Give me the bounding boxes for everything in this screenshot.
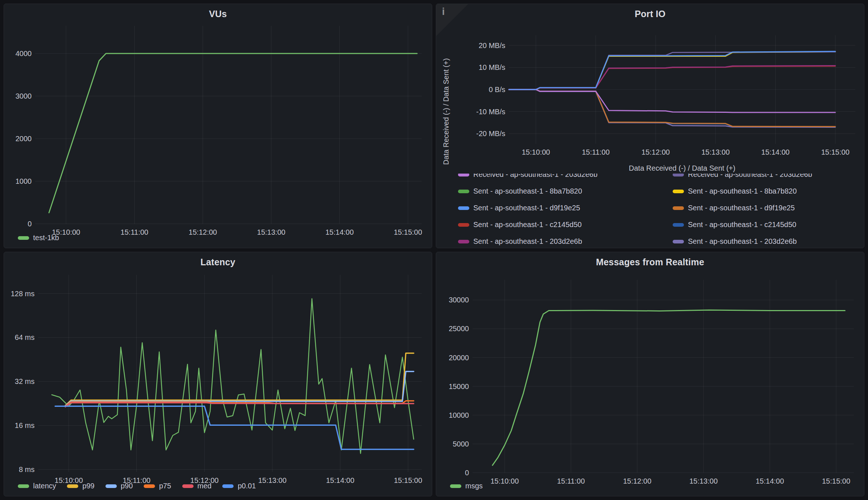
svg-text:0: 0 xyxy=(465,469,469,477)
series-p90 xyxy=(65,372,414,406)
legend-swatch xyxy=(458,240,469,243)
dashboard: VUs 15:10:0015:11:0015:12:0015:13:0015:1… xyxy=(0,0,868,500)
chart-canvas[interactable]: 15:10:0015:11:0015:12:0015:13:0015:14:00… xyxy=(7,270,429,488)
panel-title-messages[interactable]: Messages from Realtime xyxy=(439,254,861,270)
legend-label: Sent - ap-southeast-1 - c2145d50 xyxy=(473,221,582,229)
svg-text:15:15:00: 15:15:00 xyxy=(394,476,422,484)
svg-text:15:14:00: 15:14:00 xyxy=(761,148,790,156)
x-axis: 15:10:0015:11:0015:12:0015:13:0015:14:00… xyxy=(55,476,422,484)
series-test-1kb xyxy=(49,53,417,213)
panel-title-port-io[interactable]: Port IO xyxy=(439,6,861,21)
svg-text:30000: 30000 xyxy=(449,296,469,304)
chart-canvas[interactable]: 15:10:0015:11:0015:12:0015:13:0015:14:00… xyxy=(439,270,861,488)
chart-canvas[interactable]: 15:10:0015:11:0015:12:0015:13:0015:14:00… xyxy=(439,21,861,174)
svg-text:15:10:00: 15:10:00 xyxy=(490,477,519,485)
legend-item-sent-ap-southeast-1-203d2e6b[interactable]: Sent - ap-southeast-1 - 203d2e6b xyxy=(458,237,673,246)
svg-text:20 MB/s: 20 MB/s xyxy=(479,41,505,49)
series-received-ap-southeast-1-203d2e6b-purple- xyxy=(509,90,835,112)
chart-canvas[interactable]: 15:10:0015:11:0015:12:0015:13:0015:14:00… xyxy=(7,21,429,240)
series-received-ap-southeast-1-203d2e6b-slate- xyxy=(509,52,835,90)
svg-text:2000: 2000 xyxy=(16,135,32,143)
svg-text:15:11:00: 15:11:00 xyxy=(582,148,609,156)
legend-item-sent-ap-southeast-1-8ba7b820[interactable]: Sent - ap-southeast-1 - 8ba7b820 xyxy=(673,187,861,195)
svg-text:15:13:00: 15:13:00 xyxy=(258,476,287,484)
svg-text:8 ms: 8 ms xyxy=(19,465,35,473)
svg-text:-20 MB/s: -20 MB/s xyxy=(476,130,505,138)
legend-swatch xyxy=(458,190,469,193)
svg-text:25000: 25000 xyxy=(449,325,469,333)
svg-text:0: 0 xyxy=(28,220,32,228)
legend-port-io: Received - ap-southeast-1 - 203d2e6bRece… xyxy=(458,174,861,246)
svg-text:15:12:00: 15:12:00 xyxy=(189,228,217,236)
svg-text:15:12:00: 15:12:00 xyxy=(641,148,670,156)
legend-scroll-area[interactable]: Received - ap-southeast-1 - 203d2e6bRece… xyxy=(439,174,861,246)
legend-swatch xyxy=(673,206,684,210)
legend-item-sent-ap-southeast-1-d9f19e25[interactable]: Sent - ap-southeast-1 - d9f19e25 xyxy=(458,204,673,212)
y-axis: 40003000200010000 xyxy=(16,49,32,228)
legend-item-sent-ap-southeast-1-c2145d50[interactable]: Sent - ap-southeast-1 - c2145d50 xyxy=(458,221,673,229)
legend-swatch xyxy=(673,190,684,193)
legend-item-sent-ap-southeast-1-c2145d50[interactable]: Sent - ap-southeast-1 - c2145d50 xyxy=(673,221,861,229)
svg-text:15:11:00: 15:11:00 xyxy=(123,476,150,484)
legend-item-received-ap-southeast-1-203d2e6b[interactable]: Received - ap-southeast-1 - 203d2e6b xyxy=(458,174,673,179)
svg-text:4000: 4000 xyxy=(16,49,32,57)
svg-text:15:15:00: 15:15:00 xyxy=(394,228,422,236)
panel-title-vus[interactable]: VUs xyxy=(7,6,429,21)
series-sent-ap-southeast-1-8ba7b820-yellow- xyxy=(509,52,835,90)
svg-text:64 ms: 64 ms xyxy=(15,333,35,341)
svg-text:15:15:00: 15:15:00 xyxy=(821,148,849,156)
series-sent-ap-southeast-1-c2145d50-red- xyxy=(509,66,835,90)
svg-text:15:13:00: 15:13:00 xyxy=(701,148,730,156)
series-p99 xyxy=(65,353,414,406)
svg-text:15:15:00: 15:15:00 xyxy=(822,477,850,485)
svg-text:15:14:00: 15:14:00 xyxy=(756,477,784,485)
grid xyxy=(38,275,422,472)
svg-text:10000: 10000 xyxy=(449,411,469,419)
svg-text:15000: 15000 xyxy=(449,382,469,390)
svg-text:3000: 3000 xyxy=(16,92,32,100)
legend-label: Sent - ap-southeast-1 - d9f19e25 xyxy=(473,204,580,212)
svg-text:15:10:00: 15:10:00 xyxy=(52,228,80,236)
svg-text:128 ms: 128 ms xyxy=(11,290,35,298)
panel-title-latency[interactable]: Latency xyxy=(7,254,429,270)
y-axis: 128 ms64 ms32 ms16 ms8 ms xyxy=(11,290,35,474)
panel-port-io: i Port IO 15:10:0015:11:0015:12:0015:13:… xyxy=(436,4,864,248)
legend-item-sent-ap-southeast-1-203d2e6b[interactable]: Sent - ap-southeast-1 - 203d2e6b xyxy=(673,237,861,246)
panel-messages: Messages from Realtime 15:10:0015:11:001… xyxy=(436,252,864,496)
grid xyxy=(473,280,854,473)
grid xyxy=(35,26,422,224)
svg-text:32 ms: 32 ms xyxy=(15,377,35,385)
info-icon[interactable]: i xyxy=(442,7,445,17)
svg-text:15:13:00: 15:13:00 xyxy=(689,477,718,485)
y-axis: 20 MB/s10 MB/s0 B/s-10 MB/s-20 MB/s xyxy=(476,41,505,138)
legend-item-sent-ap-southeast-1-d9f19e25[interactable]: Sent - ap-southeast-1 - d9f19e25 xyxy=(673,204,861,212)
svg-text:15:12:00: 15:12:00 xyxy=(623,477,652,485)
legend-item-received-ap-southeast-1-203d2e6b[interactable]: Received - ap-southeast-1 - 203d2e6b xyxy=(673,174,861,179)
svg-text:16 ms: 16 ms xyxy=(15,421,35,429)
svg-text:15:12:00: 15:12:00 xyxy=(190,476,219,484)
svg-text:-10 MB/s: -10 MB/s xyxy=(476,108,505,116)
legend-swatch xyxy=(458,223,469,227)
panel-latency: Latency 15:10:0015:11:0015:12:0015:13:00… xyxy=(4,252,432,496)
legend-item-sent-ap-southeast-1-8ba7b820[interactable]: Sent - ap-southeast-1 - 8ba7b820 xyxy=(458,187,673,195)
series-sent-ap-southeast-1-c2145d50-navy- xyxy=(509,90,835,127)
series-msgs xyxy=(493,310,845,465)
x-axis: 15:10:0015:11:0015:12:0015:13:0015:14:00… xyxy=(52,228,422,236)
series-sent-ap-southeast-1-8ba7b820-green- xyxy=(509,52,835,90)
legend-swatch xyxy=(673,223,684,227)
legend-swatch xyxy=(458,206,469,210)
x-axis-label: Data Received (-) / Data Sent (+) xyxy=(629,164,736,172)
svg-text:15:10:00: 15:10:00 xyxy=(522,148,550,156)
chart-area-messages: 15:10:0015:11:0015:12:0015:13:0015:14:00… xyxy=(439,270,861,480)
chart-area-port-io: 15:10:0015:11:0015:12:0015:13:0015:14:00… xyxy=(439,21,861,174)
x-axis: 15:10:0015:11:0015:12:0015:13:0015:14:00… xyxy=(522,148,849,156)
y-axis-label: Data Received (-) / Data Sent (+) xyxy=(442,58,450,165)
series-sent-ap-southeast-1-203d2e6b-violet- xyxy=(509,90,835,127)
series-p0-01 xyxy=(55,406,414,449)
chart-area-vus: 15:10:0015:11:0015:12:0015:13:0015:14:00… xyxy=(7,21,429,231)
panel-info-corner[interactable] xyxy=(436,4,468,36)
svg-text:15:11:00: 15:11:00 xyxy=(120,228,148,236)
chart-area-latency: 15:10:0015:11:0015:12:0015:13:0015:14:00… xyxy=(7,270,429,480)
legend-label: Sent - ap-southeast-1 - d9f19e25 xyxy=(688,204,795,212)
svg-text:1000: 1000 xyxy=(16,177,32,185)
